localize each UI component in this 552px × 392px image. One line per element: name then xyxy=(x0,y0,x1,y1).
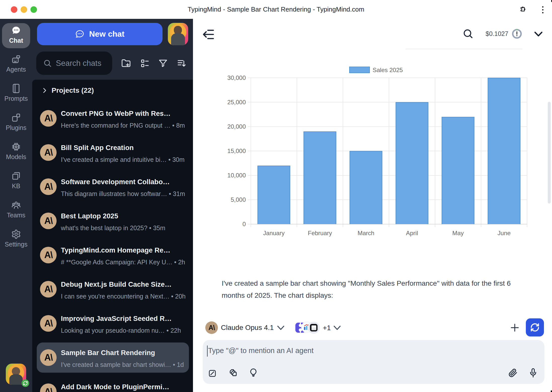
svg-text:30,000: 30,000 xyxy=(227,74,246,81)
svg-text:0: 0 xyxy=(243,221,246,227)
svg-text:February: February xyxy=(308,230,332,236)
svg-text:15,000: 15,000 xyxy=(227,148,246,154)
svg-text:20,000: 20,000 xyxy=(227,123,246,130)
svg-text:April: April xyxy=(406,230,418,236)
svg-text:10,000: 10,000 xyxy=(227,172,246,179)
svg-text:25,000: 25,000 xyxy=(227,99,246,106)
svg-text:Sales 2025: Sales 2025 xyxy=(373,67,403,73)
svg-text:March: March xyxy=(358,230,374,236)
svg-text:5,000: 5,000 xyxy=(231,196,246,203)
svg-text:January: January xyxy=(263,230,285,236)
svg-text:June: June xyxy=(497,230,510,236)
svg-text:May: May xyxy=(452,230,464,236)
